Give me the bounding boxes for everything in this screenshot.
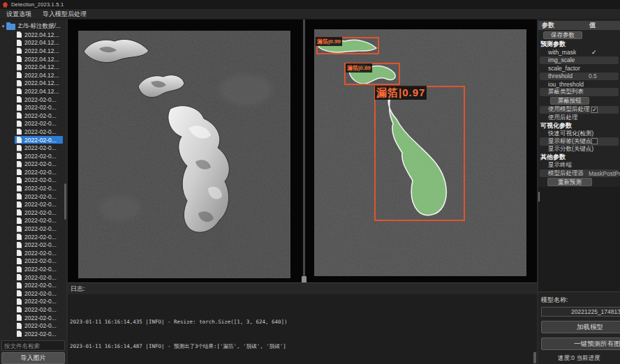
- tree-item[interactable]: 2022-02-0...: [0, 249, 66, 257]
- param-value[interactable]: MaskPostPro: [589, 170, 618, 177]
- param-row-show-labels[interactable]: 显示标签(关键点): [540, 137, 619, 145]
- mask-button[interactable]: 屏蔽按钮: [550, 97, 589, 105]
- param-name: 使用模型后处理: [540, 105, 590, 114]
- tree-item[interactable]: 2022-02-0...: [0, 168, 66, 176]
- params-scrollbar[interactable]: [538, 192, 540, 202]
- tree-item-label: 2022.04.12...: [24, 56, 59, 63]
- search-input[interactable]: [1, 340, 65, 351]
- file-icon: [17, 72, 22, 78]
- tree-item[interactable]: 2022-02-0...: [0, 176, 66, 185]
- show-labels-checkbox[interactable]: [591, 138, 598, 144]
- tree-item[interactable]: 2022-02-0...: [0, 184, 66, 192]
- tree-item[interactable]: 2022-02-0...: [0, 152, 66, 160]
- param-row-iou-threshold[interactable]: iou_threshold: [538, 80, 620, 88]
- viewer-splitter[interactable]: [303, 20, 305, 282]
- log-scrollbar[interactable]: [533, 352, 536, 363]
- with-mask-check-icon[interactable]: ✓: [591, 49, 597, 56]
- header-value: 值: [589, 21, 596, 30]
- param-name: 屏蔽类型列表: [540, 88, 584, 96]
- file-icon: [17, 137, 22, 143]
- param-row-use-model-postprocess[interactable]: 使用模型后处理 ✓: [540, 106, 619, 114]
- tree-item[interactable]: 2022-02-0...: [0, 305, 66, 314]
- import-images-button[interactable]: 导入图片: [1, 352, 65, 364]
- tree-item[interactable]: 2022.04.12...: [0, 31, 66, 39]
- menu-import-postprocess[interactable]: 导入模型后处理: [43, 10, 87, 19]
- tree-item[interactable]: 2022-02-0...: [0, 112, 66, 120]
- tree-item[interactable]: 2022-02-0...: [0, 273, 66, 282]
- file-icon: [17, 274, 22, 280]
- tree-item[interactable]: 2022.04.12...: [0, 39, 66, 47]
- tree-item-label: 2022-02-0...: [24, 282, 57, 289]
- tree-scrollbar[interactable]: [64, 183, 66, 220]
- tree-item[interactable]: 2022.04.12...: [0, 55, 66, 63]
- tree-item[interactable]: 2022-02-0...: [0, 217, 66, 225]
- tree-item[interactable]: 2022-02-0...: [0, 128, 66, 136]
- tree-item[interactable]: 2022.04.12...: [0, 63, 66, 71]
- prediction-image[interactable]: 漏箔|0.99 漏箔|0.89 漏箔|0.97: [314, 29, 526, 276]
- tree-item[interactable]: 2022-02-0...: [0, 208, 66, 217]
- file-icon: [17, 40, 22, 46]
- tree-item[interactable]: 2022-02-0...: [0, 314, 66, 322]
- tree-item[interactable]: 2022-02-0...: [0, 120, 66, 128]
- tree-item[interactable]: 2022-02-0...: [0, 200, 66, 208]
- param-value[interactable]: 0.5: [589, 73, 618, 79]
- tree-item[interactable]: 2022.04.12...: [0, 87, 66, 96]
- tree-item[interactable]: 2022-02-0...: [0, 289, 66, 298]
- tree-item[interactable]: 2022-02-0...: [0, 265, 66, 273]
- log-lines[interactable]: 2023-01-11 16:16:14,435 |INFO| - Resize:…: [68, 294, 537, 364]
- file-icon: [17, 290, 22, 296]
- tree-item[interactable]: 2022-02-0...: [0, 298, 66, 306]
- tree-item-label: 2022.04.12...: [24, 88, 59, 95]
- tree-item[interactable]: 2022.04.12...: [0, 71, 66, 79]
- use-model-postprocess-checkbox[interactable]: ✓: [591, 107, 598, 113]
- param-row-img-scale[interactable]: img_scale: [540, 56, 619, 64]
- tree-item-label: 2022-02-0...: [24, 217, 57, 224]
- param-row-scale-factor[interactable]: scale_factor: [538, 64, 620, 72]
- main-area: ▾ Z:/5-标注数据/... 2022.04.12... 202: [0, 20, 620, 364]
- tree-item[interactable]: 2022.04.12...: [0, 79, 66, 88]
- param-row-show-terminal[interactable]: 显示终端: [538, 161, 620, 169]
- tree-item[interactable]: 2022-02-0...: [0, 281, 66, 289]
- file-icon: [17, 314, 22, 321]
- load-model-button[interactable]: 加载模型: [541, 321, 620, 333]
- model-name-field[interactable]: 20221225_174813: [541, 307, 620, 317]
- param-row-with-mask[interactable]: with_mask ✓: [538, 48, 620, 56]
- menu-settings[interactable]: 设置选项: [6, 10, 31, 19]
- param-row-model-postprocessor[interactable]: 模型后处理器 MaskPostPro: [540, 169, 619, 177]
- file-icon: [17, 226, 22, 232]
- tree-item[interactable]: 2022-02-0...: [0, 96, 66, 104]
- tree-item-label: 2022-02-0...: [24, 241, 57, 248]
- param-name: scale_factor: [538, 65, 580, 72]
- tree-item[interactable]: 2022-02-0...: [0, 257, 66, 266]
- tree-item[interactable]: 2022-02-0...: [0, 321, 66, 330]
- tree-item[interactable]: 2022-02-0...: [0, 225, 66, 233]
- save-params-button[interactable]: 保存参数: [543, 31, 582, 39]
- file-icon: [17, 209, 22, 215]
- menu-bar: 设置选项 导入模型后处理: [0, 9, 620, 20]
- tree-item[interactable]: 2022-02-0...: [0, 330, 66, 338]
- log-panel: 日志: 2023-01-11 16:16:14,435 |INFO| - Res…: [68, 282, 537, 364]
- tree-item[interactable]: 2022-02-0...: [0, 233, 66, 241]
- redo-predict-button[interactable]: 重新预测: [547, 178, 592, 186]
- tree-item-label: 2022.04.12...: [24, 31, 59, 38]
- tree-item-label: 2022-02-0...: [24, 266, 57, 273]
- tree-item[interactable]: 2022-02-0...: [0, 241, 66, 249]
- param-row-mask-type-list[interactable]: 屏蔽类型列表: [540, 88, 619, 96]
- original-image[interactable]: [78, 31, 290, 278]
- tree-item[interactable]: 2022-02-0...: [0, 192, 66, 201]
- param-row-fast-visualization[interactable]: 快速可视化(检测): [538, 130, 620, 137]
- predict-all-button[interactable]: 一键预测所有图片: [541, 338, 620, 350]
- tree-item[interactable]: 2022-02-0...: [0, 103, 66, 112]
- log-title: 日志:: [68, 283, 537, 294]
- section-other-params: 其他参数: [538, 153, 620, 161]
- tree-item[interactable]: 2022.04.12...: [0, 47, 66, 55]
- tree-item[interactable]: 2022-02-0...: [0, 160, 66, 169]
- tree-item[interactable]: 2022-02-0...: [0, 136, 66, 144]
- tree-root-label: Z:/5-标注数据/...: [18, 22, 61, 31]
- expand-arrow-icon[interactable]: ▾: [0, 24, 6, 29]
- tree-root-folder[interactable]: ▾ Z:/5-标注数据/...: [0, 22, 66, 31]
- param-row-threshold[interactable]: threshold 0.5: [540, 73, 619, 80]
- section-visualization-params: 可视化参数: [538, 122, 620, 130]
- file-panel: ▾ Z:/5-标注数据/... 2022.04.12... 202: [0, 20, 68, 364]
- tree-item[interactable]: 2022-02-0...: [0, 144, 66, 152]
